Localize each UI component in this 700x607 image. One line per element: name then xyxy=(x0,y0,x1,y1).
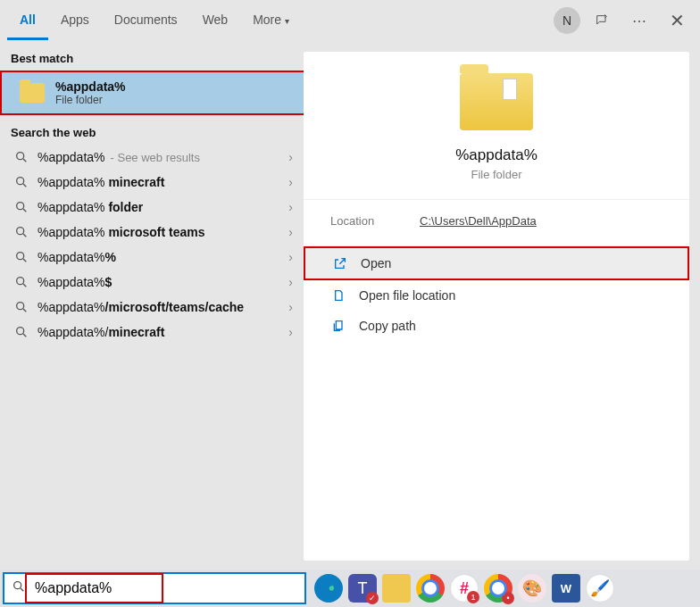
taskbar-paint-icon[interactable]: 🖌️ xyxy=(586,574,614,603)
result-text: %appdata% xyxy=(38,150,105,164)
search-icon xyxy=(14,325,29,339)
tab-more[interactable]: More▾ xyxy=(240,2,302,40)
svg-line-1 xyxy=(23,159,26,162)
taskbar-chrome2-icon[interactable]: • xyxy=(484,574,512,603)
chevron-right-icon: › xyxy=(288,225,293,239)
svg-point-10 xyxy=(17,278,24,285)
result-text: %appdata%/minecraft xyxy=(38,325,164,339)
action-open-location[interactable]: Open file location xyxy=(304,280,689,311)
search-icon xyxy=(14,275,29,289)
feedback-icon[interactable] xyxy=(586,4,618,37)
preview-title: %appdata% xyxy=(455,146,538,164)
result-text: %appdata%% xyxy=(38,250,116,264)
web-result-1[interactable]: %appdata% minecraft› xyxy=(0,170,304,195)
web-result-0[interactable]: %appdata%- See web results› xyxy=(0,145,304,170)
taskbar-word-icon[interactable]: W xyxy=(552,574,580,603)
chevron-right-icon: › xyxy=(288,150,293,164)
preview-location: Location C:\Users\Dell\AppData xyxy=(304,199,689,245)
preview-subtitle: File folder xyxy=(471,168,521,181)
result-text: %appdata% minecraft xyxy=(38,175,164,189)
tab-documents[interactable]: Documents xyxy=(102,2,190,40)
chevron-right-icon: › xyxy=(288,275,293,289)
chevron-right-icon: › xyxy=(288,300,293,314)
taskbar-explorer-icon[interactable] xyxy=(382,574,411,603)
web-result-3[interactable]: %appdata% microsoft teams› xyxy=(0,220,304,245)
taskbar: T✓ 1 • 🎨 W 🖌️ xyxy=(0,570,700,607)
tab-apps[interactable]: Apps xyxy=(48,2,102,40)
web-result-4[interactable]: %appdata%%› xyxy=(0,245,304,270)
chevron-right-icon: › xyxy=(288,325,293,339)
preview-panel: %appdata% File folder Location C:\Users\… xyxy=(304,52,689,561)
result-text: %appdata% microsoft teams xyxy=(38,225,205,239)
action-copy-path[interactable]: Copy path xyxy=(304,311,689,341)
close-icon[interactable]: ✕ xyxy=(661,4,693,37)
svg-point-0 xyxy=(17,153,24,160)
svg-point-14 xyxy=(17,328,24,335)
search-icon xyxy=(14,175,29,189)
taskbar-teams-icon[interactable]: T✓ xyxy=(348,574,377,603)
chevron-right-icon: › xyxy=(288,250,293,264)
action-open[interactable]: Open xyxy=(304,246,689,280)
search-icon xyxy=(14,200,29,214)
section-best-match: Best match xyxy=(0,41,304,71)
svg-line-5 xyxy=(23,209,26,212)
copy-icon xyxy=(330,318,346,334)
svg-point-4 xyxy=(17,203,24,210)
web-result-7[interactable]: %appdata%/minecraft› xyxy=(0,320,304,345)
svg-point-8 xyxy=(17,253,24,260)
web-result-2[interactable]: %appdata% folder› xyxy=(0,195,304,220)
left-results-panel: Best match %appdata% File folder Search … xyxy=(0,41,304,561)
open-icon xyxy=(332,255,348,271)
folder-icon xyxy=(20,83,45,103)
svg-line-7 xyxy=(23,234,26,237)
svg-point-2 xyxy=(17,178,24,185)
svg-point-6 xyxy=(17,228,24,235)
chevron-down-icon: ▾ xyxy=(285,16,289,26)
svg-line-15 xyxy=(23,334,26,337)
result-text: %appdata%$ xyxy=(38,275,112,289)
best-match-result[interactable]: %appdata% File folder xyxy=(0,71,304,115)
top-tabs: All Apps Documents Web More▾ N ⋯ ✕ xyxy=(0,0,700,41)
location-label: Location xyxy=(330,214,420,228)
more-options-icon[interactable]: ⋯ xyxy=(623,4,655,37)
result-text: %appdata% folder xyxy=(38,200,143,214)
chevron-right-icon: › xyxy=(288,175,293,189)
result-hint: - See web results xyxy=(111,151,200,164)
location-path[interactable]: C:\Users\Dell\AppData xyxy=(420,214,537,228)
search-icon xyxy=(14,150,29,164)
svg-line-11 xyxy=(23,284,26,287)
web-result-5[interactable]: %appdata%$› xyxy=(0,270,304,295)
search-icon xyxy=(12,579,26,597)
search-icon xyxy=(14,225,29,239)
search-icon xyxy=(14,300,29,314)
svg-point-16 xyxy=(14,582,21,589)
search-icon xyxy=(14,250,29,264)
chevron-right-icon: › xyxy=(288,200,293,214)
svg-line-13 xyxy=(23,309,26,312)
taskbar-search[interactable] xyxy=(3,572,306,604)
tab-all[interactable]: All xyxy=(7,2,48,40)
taskbar-slack-icon[interactable]: 1 xyxy=(450,574,479,603)
tab-web[interactable]: Web xyxy=(190,2,241,40)
best-match-subtitle: File folder xyxy=(55,94,126,106)
folder-icon-large xyxy=(460,73,533,130)
svg-line-17 xyxy=(21,588,23,591)
search-input[interactable] xyxy=(35,580,297,596)
taskbar-edge-icon[interactable] xyxy=(314,574,343,603)
svg-line-3 xyxy=(23,184,26,187)
web-result-6[interactable]: %appdata%/microsoft/teams/cache› xyxy=(0,295,304,320)
taskbar-tool-icon[interactable]: 🎨 xyxy=(518,574,546,603)
section-search-web: Search the web xyxy=(0,115,304,145)
best-match-title: %appdata% xyxy=(55,79,126,94)
user-avatar[interactable]: N xyxy=(554,7,580,34)
file-location-icon xyxy=(330,287,346,304)
taskbar-chrome-icon[interactable] xyxy=(416,574,445,603)
svg-point-12 xyxy=(17,303,24,310)
result-text: %appdata%/microsoft/teams/cache xyxy=(38,300,244,314)
svg-line-9 xyxy=(23,259,26,262)
